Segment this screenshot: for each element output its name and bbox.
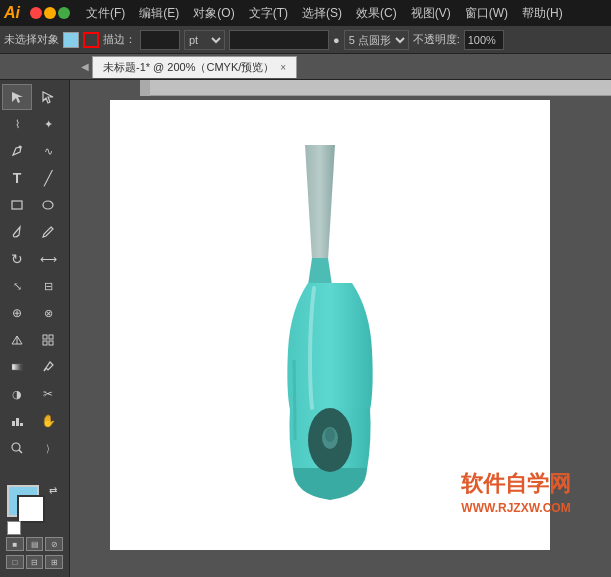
tool-row-10 (2, 327, 67, 353)
menu-view[interactable]: 视图(V) (407, 5, 455, 22)
tool-row-3: ∿ (2, 138, 67, 164)
ruler-horizontal (140, 80, 611, 96)
tabbar: ◀ 未标题-1* @ 200%（CMYK/预览） × (0, 54, 611, 80)
menu-object[interactable]: 对象(O) (189, 5, 238, 22)
tool-lasso[interactable]: ⌇ (2, 111, 32, 137)
tool-magic-wand[interactable]: ✦ (33, 111, 63, 137)
draw-normal-icon[interactable]: □ (6, 555, 24, 569)
stroke-icon[interactable] (83, 32, 99, 48)
menu-edit[interactable]: 编辑(E) (135, 5, 183, 22)
tool-row-12: ◑ ✂ (2, 381, 67, 407)
tool-row-1 (2, 84, 67, 110)
window-controls (30, 7, 70, 19)
tool-direct-select[interactable] (33, 84, 63, 110)
tool-live-paint[interactable]: ⊗ (33, 300, 63, 326)
tab-title: 未标题-1* @ 200%（CMYK/预览） (103, 60, 274, 75)
tool-row-6 (2, 219, 67, 245)
tool-scissors[interactable]: ✂ (33, 381, 63, 407)
svg-rect-14 (20, 423, 23, 426)
svg-rect-6 (43, 335, 47, 339)
menu-effect[interactable]: 效果(C) (352, 5, 401, 22)
svg-point-4 (43, 201, 53, 209)
svg-marker-0 (12, 92, 23, 103)
menu-window[interactable]: 窗口(W) (461, 5, 512, 22)
color-mode-none[interactable]: ⊘ (45, 537, 63, 551)
reset-colors-button[interactable] (7, 521, 21, 535)
svg-line-11 (44, 368, 46, 371)
tool-mesh[interactable] (33, 327, 63, 353)
tool-scale[interactable]: ⤡ (2, 273, 32, 299)
tool-ellipse[interactable] (33, 192, 63, 218)
tool-shape-builder[interactable]: ⊕ (2, 300, 32, 326)
tool-curvature[interactable]: ∿ (33, 138, 63, 164)
opacity-input[interactable] (464, 30, 504, 50)
svg-rect-8 (43, 341, 47, 345)
color-area: ⇄ ■ ▤ ⊘ □ ⊟ ⊞ (2, 481, 67, 573)
stroke-value-input[interactable] (140, 30, 180, 50)
color-mode-icons: ■ ▤ ⊘ (6, 537, 63, 551)
tool-paintbrush[interactable] (2, 219, 32, 245)
watermark-line2: WWW.RJZXW.COM (461, 500, 571, 517)
tool-row-9: ⊕ ⊗ (2, 300, 67, 326)
tool-chart[interactable] (2, 408, 32, 434)
menu-select[interactable]: 选择(S) (298, 5, 346, 22)
menu-text[interactable]: 文字(T) (245, 5, 292, 22)
tool-gradient[interactable] (2, 354, 32, 380)
draw-inside-icon[interactable]: ⊞ (45, 555, 63, 569)
tool-row-8: ⤡ ⊟ (2, 273, 67, 299)
color-mode-fill[interactable]: ■ (6, 537, 24, 551)
tool-blend[interactable]: ◑ (2, 381, 32, 407)
tool-row-2: ⌇ ✦ (2, 111, 67, 137)
watermark-line1: 软件自学网 (461, 469, 571, 500)
tool-zoom[interactable] (2, 435, 32, 461)
svg-point-15 (12, 443, 20, 451)
tool-eyedropper[interactable] (33, 354, 63, 380)
draw-behind-icon[interactable]: ⊟ (26, 555, 44, 569)
svg-point-2 (19, 146, 22, 149)
svg-line-16 (19, 450, 22, 453)
watermark: 软件自学网 WWW.RJZXW.COM (461, 469, 571, 517)
tool-reflect[interactable]: ⟷ (33, 246, 63, 272)
fill-color-box[interactable] (63, 32, 79, 48)
stroke-label: 描边： (103, 32, 136, 47)
tool-perspective-grid[interactable] (2, 327, 32, 353)
titlebar: Ai 文件(F) 编辑(E) 对象(O) 文字(T) 选择(S) 效果(C) 视… (0, 0, 611, 26)
tab-scroll-left[interactable]: ◀ (78, 61, 92, 72)
tab-close-button[interactable]: × (280, 62, 286, 73)
document-tab[interactable]: 未标题-1* @ 200%（CMYK/预览） × (92, 56, 297, 78)
tool-rect[interactable] (2, 192, 32, 218)
menu-help[interactable]: 帮助(H) (518, 5, 567, 22)
tool-row-11 (2, 354, 67, 380)
color-mode-gradient[interactable]: ▤ (26, 537, 44, 551)
brush-select[interactable]: 5 点圆形 (344, 30, 409, 50)
toolbox: ⌇ ✦ ∿ T ╱ (0, 80, 70, 577)
swap-colors-button[interactable]: ⇄ (49, 485, 63, 499)
opacity-label: 不透明度: (413, 32, 460, 47)
tool-shear[interactable]: ⊟ (33, 273, 63, 299)
main-area: ⌇ ✦ ∿ T ╱ (0, 80, 611, 577)
tool-pen[interactable] (2, 138, 32, 164)
tool-arrow[interactable] (2, 84, 32, 110)
tool-line[interactable]: ╱ (33, 165, 63, 191)
tool-pencil[interactable] (33, 219, 63, 245)
svg-point-19 (325, 428, 335, 442)
swatch-container: ⇄ (7, 485, 63, 535)
tool-hand[interactable]: ✋ (33, 408, 63, 434)
points-label: ● (333, 34, 340, 46)
stroke-swatch[interactable] (17, 495, 45, 523)
svg-marker-1 (43, 92, 53, 103)
canvas-area[interactable]: 软件自学网 WWW.RJZXW.COM (70, 80, 611, 577)
svg-rect-12 (12, 421, 15, 426)
tool-row-4: T ╱ (2, 165, 67, 191)
menu-file[interactable]: 文件(F) (82, 5, 129, 22)
svg-rect-9 (49, 341, 53, 345)
app-logo: Ai (4, 4, 20, 22)
tool-extra[interactable]: ⟩ (33, 435, 63, 461)
tool-row-13: ✋ (2, 408, 67, 434)
tool-text[interactable]: T (2, 165, 32, 191)
svg-rect-7 (49, 335, 53, 339)
svg-rect-13 (16, 418, 19, 426)
stroke-units-select[interactable]: ptpxmm (184, 30, 225, 50)
tool-rotate[interactable]: ↻ (2, 246, 32, 272)
svg-rect-3 (12, 201, 22, 209)
